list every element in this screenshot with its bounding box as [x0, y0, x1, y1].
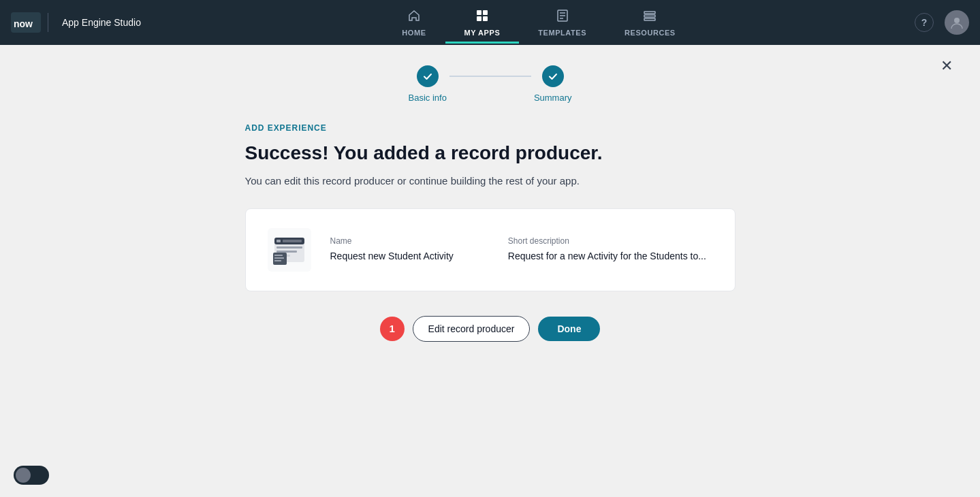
- svg-rect-19: [276, 246, 302, 248]
- description-field: Short description Request for a new Acti…: [508, 236, 706, 263]
- header-actions: ?: [915, 10, 969, 35]
- svg-rect-5: [483, 16, 488, 21]
- help-button[interactable]: ?: [915, 13, 934, 32]
- desc-value: Request for a new Activity for the Stude…: [508, 250, 706, 263]
- templates-icon: [556, 9, 569, 26]
- svg-rect-11: [644, 15, 655, 17]
- record-card: Name Request new Student Activity Short …: [245, 208, 736, 291]
- success-description: You can edit this record producer or con…: [245, 174, 736, 189]
- step-connector: [449, 76, 531, 77]
- nav-templates[interactable]: TEMPLATES: [519, 2, 605, 44]
- now-logo-icon: now: [11, 12, 41, 33]
- record-producer-icon: [268, 228, 311, 272]
- step-summary-circle: [542, 65, 564, 87]
- desc-label: Short description: [508, 236, 706, 246]
- svg-text:now: now: [14, 18, 33, 29]
- svg-rect-24: [274, 257, 284, 259]
- success-title: Success! You added a record producer.: [245, 142, 736, 164]
- step-summary: Summary: [534, 65, 572, 103]
- main-content: ✕ Basic info Summary ADD EXPERIENCE Succ…: [0, 45, 980, 497]
- step-basic-info-circle: [417, 65, 439, 87]
- bottom-actions: 1 Edit record producer Done: [245, 316, 736, 342]
- app-engine-title: App Engine Studio: [62, 17, 141, 28]
- svg-rect-4: [477, 16, 481, 21]
- main-header: now App Engine Studio HOME MY APP: [0, 0, 980, 45]
- step-summary-label: Summary: [534, 93, 572, 103]
- nav-home-label: HOME: [402, 29, 426, 37]
- svg-rect-12: [644, 18, 655, 20]
- record-fields: Name Request new Student Activity Short …: [330, 236, 706, 263]
- avatar[interactable]: [945, 10, 969, 35]
- toggle-switch[interactable]: [14, 466, 49, 485]
- my-apps-icon: [475, 9, 489, 26]
- svg-rect-10: [644, 12, 655, 14]
- home-icon: [407, 9, 421, 26]
- svg-rect-23: [274, 255, 283, 256]
- notification-badge: 1: [380, 317, 405, 341]
- name-label: Name: [330, 236, 454, 246]
- main-nav: HOME MY APPS TEM: [163, 2, 915, 44]
- svg-rect-3: [483, 10, 488, 15]
- svg-rect-2: [477, 10, 481, 15]
- nav-my-apps-label: MY APPS: [464, 29, 501, 37]
- header-divider: [48, 13, 48, 32]
- nav-resources-label: RESOURCES: [625, 29, 676, 37]
- edit-record-producer-button[interactable]: Edit record producer: [413, 316, 531, 342]
- toggle-knob: [16, 468, 31, 483]
- logo-area: now App Engine Studio: [11, 12, 141, 33]
- svg-rect-25: [274, 260, 281, 261]
- nav-resources[interactable]: RESOURCES: [605, 2, 695, 44]
- svg-point-13: [954, 18, 960, 23]
- content-area: ADD EXPERIENCE Success! You added a reco…: [238, 123, 742, 342]
- svg-rect-18: [283, 240, 302, 242]
- done-button[interactable]: Done: [538, 317, 600, 341]
- section-label: ADD EXPERIENCE: [245, 123, 736, 133]
- nav-my-apps[interactable]: MY APPS: [445, 2, 520, 44]
- nav-templates-label: TEMPLATES: [538, 29, 586, 37]
- svg-rect-20: [276, 251, 297, 253]
- step-basic-info: Basic info: [409, 65, 447, 103]
- svg-rect-17: [276, 240, 281, 242]
- step-basic-info-label: Basic info: [409, 93, 447, 103]
- stepper: Basic info Summary: [409, 65, 572, 103]
- name-value: Request new Student Activity: [330, 250, 454, 263]
- resources-icon: [643, 9, 657, 26]
- close-button[interactable]: ✕: [941, 59, 953, 74]
- bottom-toggle-area: [14, 466, 49, 485]
- name-field: Name Request new Student Activity: [330, 236, 454, 263]
- nav-home[interactable]: HOME: [383, 2, 445, 44]
